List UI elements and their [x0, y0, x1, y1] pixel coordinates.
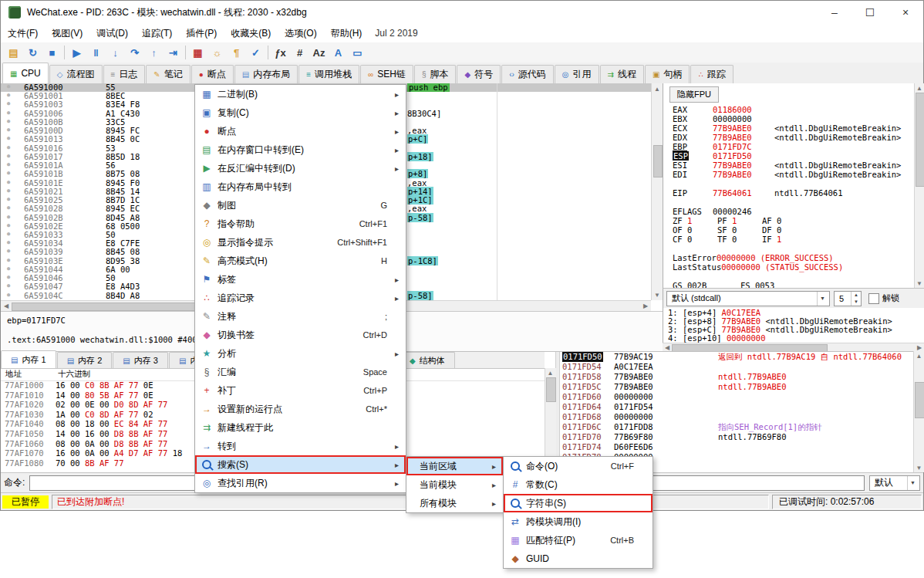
- stack-vscrollbar[interactable]: ▲ ▼: [913, 351, 924, 472]
- step-over-icon[interactable]: ↷: [125, 44, 144, 61]
- menu-graph[interactable]: ◆制图G: [195, 196, 406, 215]
- tab-dump-2[interactable]: ▤内存 2: [57, 352, 113, 368]
- register-row[interactable]: [673, 179, 913, 188]
- tab-source[interactable]: ‹›源代码: [501, 65, 554, 83]
- tab-symbols[interactable]: ◆符号: [457, 65, 501, 83]
- menu-current-module[interactable]: 当前模块▸: [406, 475, 503, 494]
- menu-breakpoint[interactable]: ●断点▸: [195, 122, 406, 140]
- fx-icon[interactable]: ƒx: [271, 44, 290, 61]
- menu-assemble[interactable]: §汇编Space: [195, 363, 406, 381]
- menu-set-new-origin[interactable]: →设置新的运行点Ctrl+*: [195, 400, 406, 418]
- menu-highlight-mode[interactable]: ✎高亮模式(H)H: [195, 252, 406, 270]
- menu-search-command[interactable]: 命令(O)Ctrl+F: [504, 457, 653, 475]
- restart-icon[interactable]: ↻: [23, 44, 42, 61]
- stack-row[interactable]: 0171FD5C77B9ABE0ntdll.77B9ABE0: [559, 382, 913, 392]
- stack-row[interactable]: 0171FD640171FD54: [559, 402, 913, 412]
- stack-row[interactable]: 0171FD6C0171FDD8指向SEH_Record[1]的指针: [559, 422, 913, 432]
- tab-handles[interactable]: ▣句柄: [645, 65, 690, 83]
- register-row[interactable]: [673, 198, 913, 207]
- menu-follow-dump[interactable]: ▤在内存窗口中转到(E)▸: [195, 140, 406, 159]
- argument-row[interactable]: 4: [esp+10] 00000000: [668, 334, 924, 343]
- register-row[interactable]: GS 002BFS 0053: [673, 281, 913, 288]
- menu-trace-record[interactable]: ∴追踪记录▸: [195, 289, 406, 307]
- minimize-button[interactable]: –: [817, 1, 852, 24]
- find-icon[interactable]: A: [329, 44, 348, 61]
- menu-instruction-help[interactable]: ?指令帮助Ctrl+F1: [195, 215, 406, 233]
- menu-goto[interactable]: →转到▸: [195, 437, 406, 455]
- tab-memmap[interactable]: ▤内存布局: [234, 65, 298, 83]
- tab-seh[interactable]: ∞SEH链: [360, 65, 413, 83]
- register-row[interactable]: EDX77B9ABE0<ntdll.DbgUiRemoteBreakin>: [673, 133, 913, 142]
- run-to-cursor-icon[interactable]: ⇥: [164, 44, 183, 61]
- check-icon[interactable]: ✓: [246, 44, 265, 61]
- tab-references[interactable]: ◎引用: [555, 65, 599, 83]
- menu-follow-memmap[interactable]: ▥在内存布局中转到: [195, 177, 406, 196]
- register-row[interactable]: EIP77B64061ntdll.77B64061: [673, 188, 913, 198]
- pause-icon[interactable]: ‖: [86, 44, 106, 61]
- menu-search-guid[interactable]: ◆GUID: [504, 549, 653, 568]
- step-out-icon[interactable]: ↑: [144, 44, 164, 61]
- menu-search-intermodular-calls[interactable]: ⇄跨模块调用(I): [504, 512, 653, 531]
- menu-view[interactable]: 视图(V): [45, 24, 89, 42]
- stack-row[interactable]: 0171FD5077B9AC19返回到 ntdll.77B9AC19 自 ntd…: [559, 352, 913, 362]
- menu-show-tooltip[interactable]: ◎显示指令提示Ctrl+Shift+F1: [195, 233, 406, 252]
- stack-row[interactable]: 0171FD7077B69F80ntdll.77B69F80: [559, 432, 913, 442]
- menu-plugins[interactable]: 插件(P): [179, 24, 224, 42]
- tab-struct[interactable]: ◆结构体: [400, 352, 455, 368]
- register-row[interactable]: [673, 244, 913, 253]
- tab-notes[interactable]: ✎笔记: [146, 65, 190, 83]
- settings-icon[interactable]: ☼: [207, 44, 227, 61]
- window-icon[interactable]: ▭: [348, 44, 367, 61]
- az-icon[interactable]: Az: [309, 44, 329, 61]
- menu-follow-disasm[interactable]: ▶在反汇编中转到(D)▸: [195, 159, 406, 177]
- register-row[interactable]: EBX00000000: [673, 114, 913, 123]
- comment-icon[interactable]: ¶: [227, 44, 246, 61]
- register-row[interactable]: LastError00000000 (ERROR_SUCCESS): [673, 253, 913, 262]
- register-row[interactable]: [673, 272, 913, 281]
- menu-search[interactable]: 搜索(S)▸: [195, 455, 406, 474]
- open-file-icon[interactable]: ▤: [4, 44, 23, 61]
- stop-icon[interactable]: ■: [42, 44, 62, 61]
- register-row[interactable]: EAX01186000: [673, 105, 913, 114]
- command-profile-select[interactable]: 默认 ▼: [869, 475, 920, 491]
- menu-patch[interactable]: +补丁Ctrl+P: [195, 381, 406, 400]
- menu-analysis[interactable]: ★分析▸: [195, 344, 406, 363]
- call-arguments-list[interactable]: 1: [esp+4] A0C17EEA2: [esp+8] 77B9ABE0 <…: [663, 308, 924, 343]
- register-row[interactable]: EBP0171FD7C: [673, 142, 913, 151]
- register-row[interactable]: LastStatus00000000 (STATUS_SUCCESS): [673, 262, 913, 272]
- register-row[interactable]: ESI77B9ABE0<ntdll.DbgUiRemoteBreakin>: [673, 161, 913, 170]
- tab-cpu[interactable]: ▦CPU: [2, 63, 49, 83]
- stack-row[interactable]: 0171FD74D60FE6D6: [559, 442, 913, 452]
- tab-graph[interactable]: ◇流程图: [49, 65, 103, 83]
- menu-trace[interactable]: 追踪(T): [135, 24, 179, 42]
- tab-trace[interactable]: ∴跟踪: [690, 65, 733, 83]
- tab-breakpoints[interactable]: ●断点: [191, 65, 234, 83]
- unlock-checkbox[interactable]: [868, 293, 879, 304]
- menu-label[interactable]: ⚑标签▸: [195, 270, 406, 289]
- menu-new-thread-here[interactable]: ⇉新建线程于此: [195, 418, 406, 437]
- menu-file[interactable]: 文件(F): [1, 24, 45, 42]
- menu-search-pattern[interactable]: ▦匹配特征(P)Ctrl+B: [504, 531, 653, 549]
- menu-help[interactable]: 帮助(H): [324, 24, 369, 42]
- tab-dump-1[interactable]: ▤内存 1: [1, 350, 56, 368]
- menu-current-region[interactable]: 当前区域▸: [406, 457, 503, 475]
- tab-dump-3[interactable]: ▤内存 3: [113, 352, 168, 368]
- menu-find-references[interactable]: ◎查找引用(R)▸: [195, 474, 406, 492]
- calling-convention-select[interactable]: 默认 (stdcall) ▼: [666, 291, 830, 306]
- register-row[interactable]: ECX77B9ABE0<ntdll.DbgUiRemoteBreakin>: [673, 123, 913, 133]
- hash-icon[interactable]: #: [290, 44, 309, 61]
- menu-toggle-bookmark[interactable]: ◆切换书签Ctrl+D: [195, 326, 406, 344]
- step-into-icon[interactable]: ↓: [106, 44, 125, 61]
- menu-all-modules[interactable]: 所有模块▸: [406, 494, 503, 512]
- stack-row[interactable]: 0171FD54A0C17EEA: [559, 362, 913, 372]
- stack-row[interactable]: 0171FD6000000000: [559, 392, 913, 402]
- stack-view[interactable]: 0171FD5077B9AC19返回到 ntdll.77B9AC19 自 ntd…: [559, 352, 913, 473]
- menu-search-strings[interactable]: 字符串(S): [504, 494, 653, 512]
- maximize-button[interactable]: ☐: [852, 1, 888, 24]
- menu-favourites[interactable]: 收藏夹(B): [224, 24, 278, 42]
- registers-vscrollbar[interactable]: ▲ ▼: [914, 83, 924, 288]
- menu-copy[interactable]: ▣复制(C)▸: [195, 103, 406, 122]
- disassembly-vscrollbar[interactable]: ▲ ▼: [651, 83, 663, 300]
- patch-icon[interactable]: ▦: [188, 44, 207, 61]
- tab-threads[interactable]: ⇉线程: [600, 65, 644, 83]
